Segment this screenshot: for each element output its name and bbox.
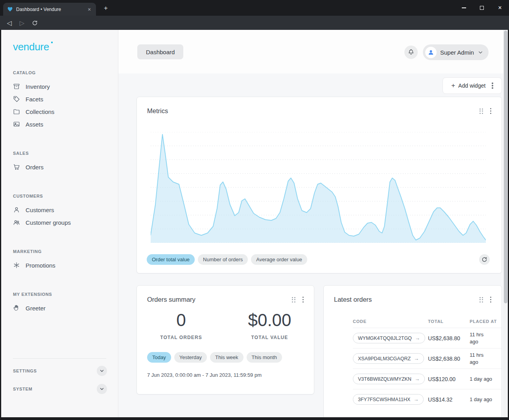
table-row: V3T6BW8ZQLWMYZKN→ US$120.00 1 day ago [353, 369, 502, 389]
greeter-hand-icon [13, 304, 20, 312]
range-chip-yesterday[interactable]: Yesterday [174, 352, 207, 363]
sidebar-item-facets[interactable]: Facets [13, 93, 118, 105]
total-value-label: TOTAL VALUE [225, 335, 314, 340]
window-controls: × [455, 0, 509, 16]
sidebar-item-label: Facets [26, 96, 43, 103]
assets-icon [13, 121, 20, 128]
order-total: US$2,638.80 [428, 356, 470, 362]
order-code-link[interactable]: WYMGK4TQQ8JL2TGQ→ [353, 333, 425, 343]
order-code-link[interactable]: V3T6BW8ZQLWMYZKN→ [353, 374, 425, 384]
orders-summary-title: Orders summary [147, 296, 292, 303]
sidebar-section-customers: CUSTOMERS Customers Customer groups [13, 194, 118, 229]
maximize-button[interactable] [473, 0, 491, 16]
plus-icon: + [451, 82, 455, 90]
sidebar-item-label: Orders [26, 164, 44, 171]
sidebar-item-assets[interactable]: Assets [13, 118, 118, 130]
total-orders-value: 0 [137, 310, 225, 330]
section-label-customers: CUSTOMERS [13, 194, 118, 198]
summary-date-range: 7 Jun 2023, 0:00:00 am - 7 Jun 2023, 11:… [137, 372, 314, 378]
filter-chip-order-total-value[interactable]: Order total value [147, 254, 195, 265]
back-button[interactable]: ◁ [4, 17, 15, 28]
promotions-icon [13, 262, 20, 269]
arrow-right-icon: → [414, 356, 419, 361]
total-orders-stat: 0 TOTAL ORDERS [137, 310, 225, 340]
arrow-right-icon: → [415, 376, 420, 382]
sidebar-item-label: Customers [26, 207, 54, 213]
sidebar-section-system[interactable]: SYSTEM [13, 380, 118, 398]
refresh-metrics-button[interactable] [479, 254, 490, 265]
browser-tab[interactable]: Dashboard • Vendure × [3, 3, 96, 16]
refresh-button[interactable] [29, 17, 40, 28]
chevron-down-icon[interactable] [97, 384, 107, 394]
tab-strip: Dashboard • Vendure × + × [0, 0, 509, 16]
notifications-button[interactable] [404, 46, 418, 59]
range-chip-today[interactable]: Today [147, 352, 171, 363]
sidebar-item-promotions[interactable]: Promotions [13, 259, 118, 271]
table-row: 3FY7FSCWSHMA11HX→ US$14.32 1 day ago [353, 389, 502, 409]
metrics-chart-svg [151, 132, 486, 243]
drag-handle-icon[interactable] [479, 297, 483, 303]
kebab-menu-icon[interactable] [490, 297, 492, 303]
latest-orders-title: Latest orders [334, 296, 479, 303]
section-label-my-extensions: MY EXTENSIONS [13, 292, 118, 297]
column-header-placed-at: PLACED AT [470, 319, 502, 324]
sidebar-item-customers[interactable]: Customers [13, 204, 118, 216]
order-code: XSA9PD4LM3CGAQRZ [358, 356, 411, 361]
page-scrollbar[interactable] [503, 30, 508, 417]
metrics-chart [151, 132, 486, 243]
sidebar-section-my-extensions: MY EXTENSIONS Greeter [13, 292, 118, 314]
sidebar-section-settings[interactable]: SETTINGS [13, 362, 118, 380]
orders-summary-header: Orders summary [137, 286, 314, 303]
new-tab-button[interactable]: + [101, 4, 110, 13]
browser-window: Dashboard • Vendure × + × ◁ ▷ i localhos… [0, 0, 509, 420]
chart-area-path [151, 134, 486, 243]
table-row: XSA9PD4LM3CGAQRZ→ US$2,638.80 11 hrs ago [353, 348, 502, 369]
drag-handle-icon[interactable] [292, 297, 295, 303]
latest-orders-widget: Latest orders CODE TOTAL PLACED AT WYMGK… [323, 285, 502, 417]
logo-mark [51, 42, 53, 43]
order-code-link[interactable]: 3FY7FSCWSHMA11HX→ [353, 394, 424, 405]
customers-icon [13, 206, 20, 213]
range-chip-this-month[interactable]: This month [247, 352, 282, 363]
customer-groups-icon [13, 219, 20, 226]
close-button[interactable]: × [491, 0, 509, 16]
sidebar-section-marketing: MARKETING Promotions [13, 249, 118, 271]
add-widget-button[interactable]: + Add widget [443, 77, 502, 94]
sidebar-section-sales: SALES Orders [13, 151, 118, 173]
breadcrumb[interactable]: Dashboard [137, 44, 183, 59]
total-value-value: $0.00 [225, 310, 314, 330]
order-placed-at: 1 day ago [470, 376, 492, 383]
order-code-link[interactable]: XSA9PD4LM3CGAQRZ→ [353, 353, 424, 364]
sidebar-item-orders[interactable]: Orders [13, 161, 118, 173]
order-placed-at: 11 hrs ago [470, 352, 492, 365]
orders-icon [13, 163, 20, 171]
filter-chip-average-order-value[interactable]: Average order value [251, 254, 307, 265]
drag-handle-icon[interactable] [479, 108, 483, 114]
order-total: US$120.00 [428, 376, 470, 382]
sidebar-item-label: Customer groups [26, 219, 71, 226]
minimize-button[interactable] [455, 0, 473, 16]
kebab-menu-icon[interactable] [490, 108, 492, 114]
range-chip-this-week[interactable]: This week [210, 352, 243, 363]
sidebar-item-greeter[interactable]: Greeter [13, 302, 118, 314]
total-orders-label: TOTAL ORDERS [137, 335, 225, 340]
order-code: 3FY7FSCWSHMA11HX [358, 397, 410, 402]
kebab-menu-icon[interactable] [492, 83, 493, 89]
sidebar-item-inventory[interactable]: Inventory [13, 80, 118, 93]
total-value-stat: $0.00 TOTAL VALUE [225, 310, 314, 340]
tab-close-icon[interactable]: × [86, 6, 93, 13]
scrollbar-thumb[interactable] [504, 31, 507, 303]
bell-icon [408, 49, 415, 56]
sidebar-item-customer-groups[interactable]: Customer groups [13, 216, 118, 229]
chevron-down-icon[interactable] [97, 366, 107, 376]
sidebar-item-label: Promotions [26, 262, 55, 269]
filter-chip-number-of-orders[interactable]: Number of orders [198, 254, 248, 265]
kebab-menu-icon[interactable] [302, 297, 304, 303]
forward-button[interactable]: ▷ [17, 17, 28, 28]
section-label-catalog: CATALOG [13, 70, 118, 75]
refresh-icon [481, 257, 487, 262]
vendure-logo[interactable]: vendure [13, 41, 49, 53]
user-menu[interactable]: Super Admin [423, 44, 489, 60]
sidebar-item-collections[interactable]: Collections [13, 105, 118, 118]
latest-orders-table: CODE TOTAL PLACED AT WYMGK4TQQ8JL2TGQ→ U… [353, 315, 502, 409]
